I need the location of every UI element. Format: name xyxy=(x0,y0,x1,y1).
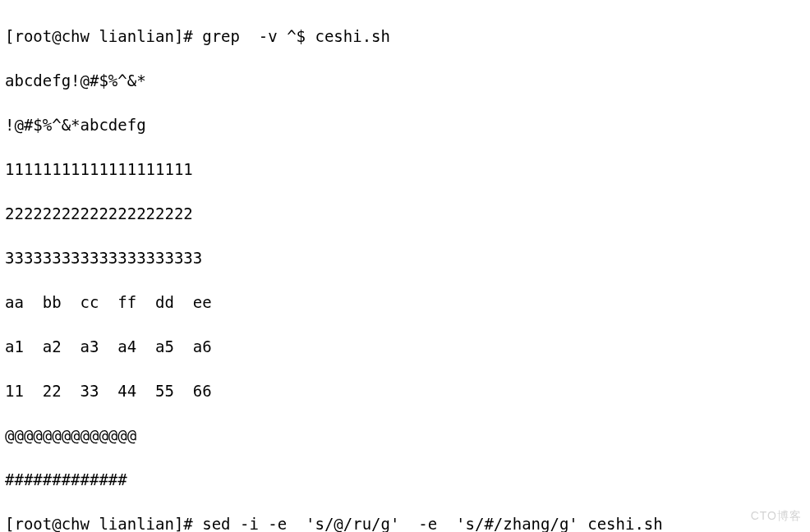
terminal-output: [root@chw lianlian]# grep -v ^$ ceshi.sh… xyxy=(0,0,810,532)
terminal-line: 11 22 33 44 55 66 xyxy=(5,380,805,402)
terminal-line: a1 a2 a3 a4 a5 a6 xyxy=(5,336,805,358)
terminal-line: 11111111111111111111 xyxy=(5,158,805,181)
terminal-line: aa bb cc ff dd ee xyxy=(5,291,805,314)
terminal-line: 333333333333333333333 xyxy=(5,247,805,269)
terminal-line: !@#$%^&*abcdefg xyxy=(5,114,805,136)
terminal-line: [root@chw lianlian]# grep -v ^$ ceshi.sh xyxy=(5,25,805,48)
terminal-line: [root@chw lianlian]# sed -i -e 's/@/ru/g… xyxy=(5,513,805,532)
terminal-line: abcdefg!@#$%^&* xyxy=(5,70,805,92)
terminal-line: @@@@@@@@@@@@@@ xyxy=(5,424,805,447)
watermark-text: CTO博客 xyxy=(751,505,802,527)
terminal-line: ############# xyxy=(5,469,805,491)
terminal-line: 22222222222222222222 xyxy=(5,203,805,225)
